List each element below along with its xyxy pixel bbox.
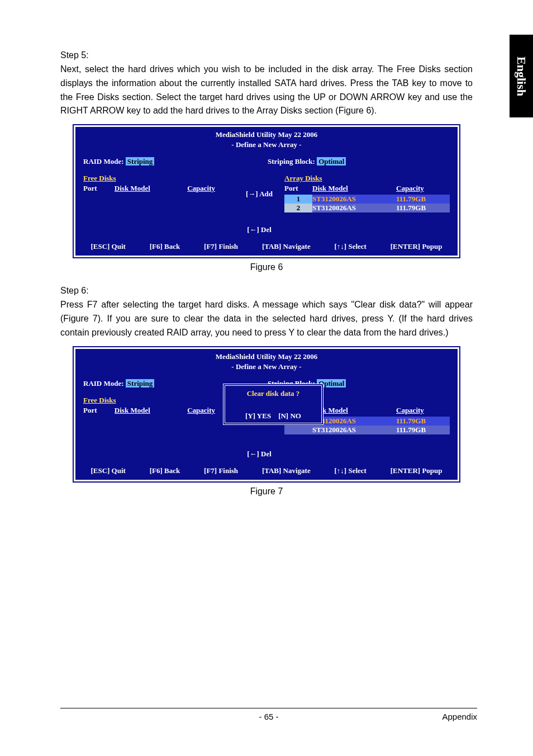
del-action[interactable]: [←] Del: [234, 225, 284, 234]
esc-quit[interactable]: [ESC] Quit: [91, 242, 125, 251]
col-capacity-rb: Capacity: [396, 406, 446, 415]
bios-figure-6: MediaShield Utility May 22 2006 - Define…: [71, 122, 462, 260]
f6-back-b[interactable]: [F6] Back: [150, 466, 180, 475]
step5-label: Step 5:: [60, 50, 473, 60]
col-port-b: Port: [83, 406, 115, 415]
col-model: Disk Model: [115, 184, 187, 193]
clear-disk-dialog: Clear disk data ? [Y] YES [N] NO: [223, 384, 323, 425]
raid-mode-value-b[interactable]: Striping: [126, 379, 155, 388]
tab-navigate-b[interactable]: [TAB] Navigate: [262, 466, 311, 475]
dialog-question: Clear disk data ?: [227, 389, 319, 398]
array-disks-panel[interactable]: Array Disks Port Disk Model Capacity 1 S…: [284, 174, 450, 237]
striping-block-value[interactable]: Optimal: [317, 157, 346, 166]
dialog-yes[interactable]: [Y] YES: [245, 412, 271, 420]
page-number: - 65 -: [259, 712, 278, 721]
free-disks-heading-b: Free Disks: [83, 396, 234, 405]
f6-back[interactable]: [F6] Back: [150, 242, 180, 251]
col-capacity: Capacity: [187, 184, 234, 193]
f7-finish-b[interactable]: [F7] Finish: [204, 466, 238, 475]
page-content: Step 5: Next, select the hard drives whi…: [60, 50, 473, 510]
array-row-b[interactable]: 2 ST3120026AS 111.79GB: [284, 426, 450, 434]
col-model-r: Disk Model: [312, 184, 396, 193]
bios-title-2b: - Define a New Array -: [75, 362, 458, 371]
col-capacity-r: Capacity: [396, 184, 446, 193]
section-name: Appendix: [442, 712, 477, 721]
array-row-selected[interactable]: 1 ST3120026AS 111.79GB: [284, 195, 450, 204]
bios-title-2: - Define a New Array -: [75, 140, 458, 149]
figure-7-caption: Figure 7: [60, 486, 473, 497]
col-port: Port: [83, 184, 115, 193]
striping-block-label: Striping Block:: [268, 157, 315, 166]
figure-6-caption: Figure 6: [60, 262, 473, 272]
array-disks-heading: Array Disks: [284, 174, 450, 183]
step6-text: Press F7 after selecting the target hard…: [60, 298, 473, 339]
free-disks-panel-b[interactable]: Free Disks Port Disk Model Capacity: [83, 396, 234, 461]
free-disks-heading: Free Disks: [83, 174, 234, 183]
enter-popup[interactable]: [ENTER] Popup: [391, 242, 442, 251]
enter-popup-b[interactable]: [ENTER] Popup: [391, 466, 442, 475]
arrows-select-b[interactable]: [↑↓] Select: [335, 466, 367, 475]
bios-figure-7: MediaShield Utility May 22 2006 - Define…: [71, 344, 462, 484]
free-disks-panel[interactable]: Free Disks Port Disk Model Capacity: [83, 174, 234, 237]
col-port-r: Port: [284, 184, 312, 193]
arrows-select[interactable]: [↑↓] Select: [335, 242, 367, 251]
step5-text: Next, select the hard drives which you w…: [60, 63, 473, 118]
bios-header: MediaShield Utility May 22 2006 - Define…: [75, 127, 458, 153]
step6-label: Step 6:: [60, 286, 473, 296]
f7-finish[interactable]: [F7] Finish: [204, 242, 238, 251]
add-action[interactable]: [→] Add: [234, 190, 284, 199]
raid-mode-value[interactable]: Striping: [126, 157, 155, 166]
dialog-no[interactable]: [N] NO: [278, 412, 301, 420]
array-row[interactable]: 2 ST3120026AS 111.79GB: [284, 204, 450, 212]
esc-quit-b[interactable]: [ESC] Quit: [91, 466, 125, 475]
raid-mode-label: RAID Mode:: [83, 157, 124, 166]
language-tab: English: [510, 35, 533, 117]
bios-title-1: MediaShield Utility May 22 2006: [75, 130, 458, 139]
col-model-rb: Disk Model: [312, 406, 396, 415]
raid-mode-label-b: RAID Mode:: [83, 379, 124, 388]
col-model-b: Disk Model: [115, 406, 187, 415]
del-action-b[interactable]: [←] Del: [234, 450, 284, 459]
tab-navigate[interactable]: [TAB] Navigate: [262, 242, 311, 251]
page-footer: - 65 - Appendix: [60, 708, 477, 721]
bios-button-bar: [ESC] Quit [F6] Back [F7] Finish [TAB] N…: [75, 237, 458, 256]
bios-title-1b: MediaShield Utility May 22 2006: [75, 352, 458, 361]
